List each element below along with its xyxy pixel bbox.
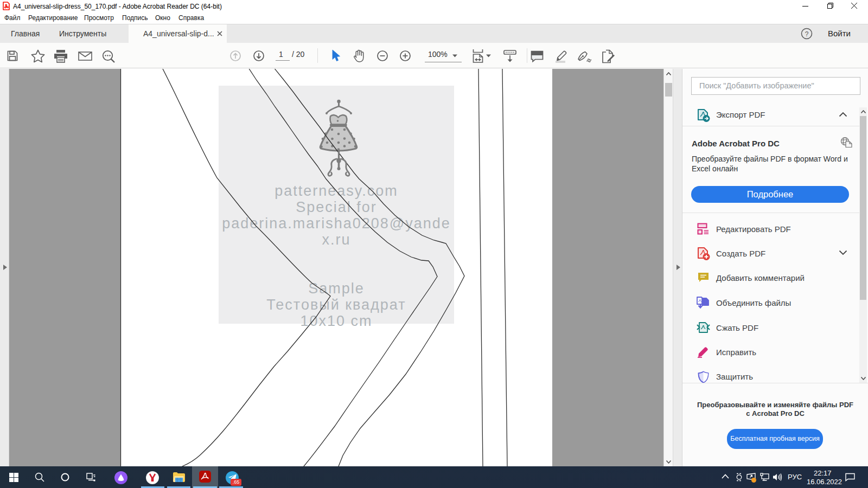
svg-text:?: ?: [805, 30, 809, 38]
